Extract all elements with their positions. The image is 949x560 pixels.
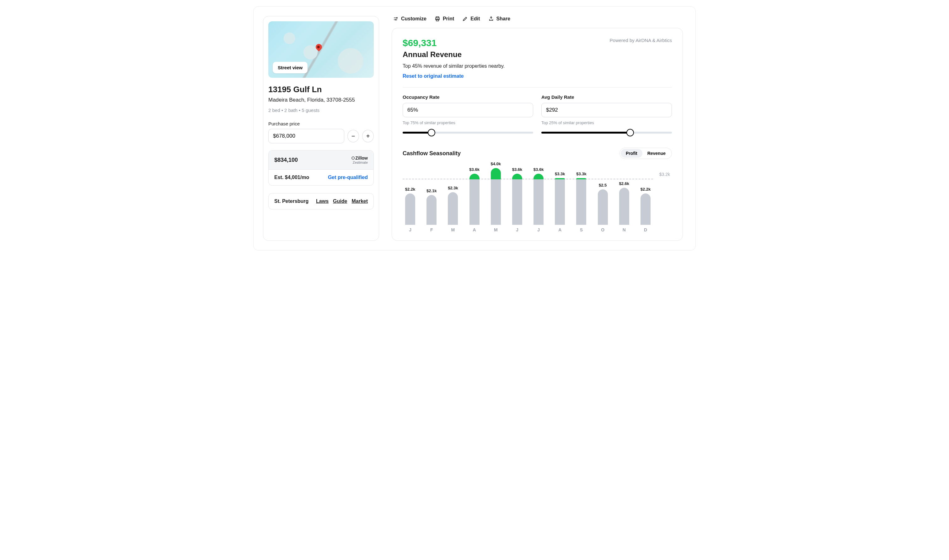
price-increment-button[interactable]: +: [362, 130, 374, 142]
chart-bar: $2.6kN: [617, 163, 632, 232]
adr-slider[interactable]: [542, 128, 672, 137]
market-link[interactable]: Market: [352, 198, 368, 204]
chart-bar: $3.3kS: [574, 163, 589, 232]
chart-month-label: O: [601, 227, 605, 232]
zestimate-value: $834,100: [274, 157, 298, 163]
customize-button[interactable]: Customize: [393, 16, 426, 22]
property-subtitle: Madeira Beach, Florida, 33708-2555: [268, 97, 374, 103]
chart-bar: $3.3kA: [552, 163, 567, 232]
get-prequalified-link[interactable]: Get pre-qualified: [328, 175, 368, 180]
guide-link[interactable]: Guide: [333, 198, 347, 204]
chart-toggle: Profit Revenue: [619, 148, 672, 159]
chart-bar-body: [619, 188, 629, 225]
chart-month-label: J: [537, 227, 540, 232]
adr-input[interactable]: [542, 103, 672, 117]
occupancy-label: Occupancy Rate: [403, 94, 533, 100]
property-meta: 2 bed • 2 bath • 5 guests: [268, 108, 374, 113]
property-card: Street view 13195 Gulf Ln Madeira Beach,…: [263, 16, 379, 241]
property-title: 13195 Gulf Ln: [268, 85, 374, 94]
occupancy-note: Top 75% of similar properties: [403, 120, 533, 125]
chart-bar-body: [598, 189, 608, 225]
chart-value-label: $3.3k: [576, 172, 586, 176]
chart-bar-body: [640, 194, 651, 225]
occupancy-block: Occupancy Rate Top 75% of similar proper…: [403, 94, 533, 137]
map-pin-icon: [315, 43, 323, 51]
reset-estimate-link[interactable]: Reset to original estimate: [403, 73, 464, 79]
print-button[interactable]: Print: [435, 16, 454, 22]
sliders-icon: [393, 16, 398, 22]
chart-month-label: A: [558, 227, 562, 232]
occupancy-input[interactable]: [403, 103, 533, 117]
share-icon: [488, 16, 494, 22]
svg-point-0: [397, 18, 397, 18]
est-monthly: Est. $4,001/mo: [274, 175, 309, 180]
zillow-sublabel: Zestimate: [353, 160, 368, 164]
chart-baseline: [403, 179, 653, 179]
city-links-card: St. Petersburg Laws Guide Market: [268, 193, 374, 209]
chart-value-label: $4.0k: [491, 162, 501, 166]
chart-value-label: $3.6k: [512, 167, 523, 172]
chart-baseline-label: $3.2k: [659, 172, 670, 177]
chart-bar-body: [426, 195, 437, 225]
chart-bar: $2.1kF: [424, 163, 439, 232]
edit-button[interactable]: Edit: [462, 16, 480, 22]
revenue-note: Top 45% revenue of similar properties ne…: [403, 63, 505, 69]
property-map[interactable]: Street view: [268, 22, 374, 78]
analysis-column: Customize Print Edit Share $69,331 Annua…: [392, 16, 683, 241]
toggle-profit[interactable]: Profit: [621, 149, 642, 158]
chart-bar-body: [576, 179, 586, 225]
share-button[interactable]: Share: [488, 16, 510, 22]
price-decrement-button[interactable]: −: [347, 130, 359, 142]
svg-point-1: [395, 20, 397, 20]
chart-bar-cap: [534, 174, 543, 179]
chart-title: Cashflow Seasonality: [403, 150, 461, 157]
toolbar: Customize Print Edit Share: [392, 16, 683, 22]
chart-bar: $3.6kJ: [531, 163, 546, 232]
street-view-button[interactable]: Street view: [273, 62, 307, 73]
seasonality-chart: $3.2k $2.2kJ$2.1kF$2.3kM$3.6kA$4.0kM$3.6…: [403, 163, 672, 232]
chart-bar-body: [405, 194, 415, 225]
chart-bar-body: [469, 179, 480, 225]
laws-link[interactable]: Laws: [316, 198, 329, 204]
divider: [403, 87, 672, 88]
chart-bar: $4.0kM: [488, 163, 503, 232]
chart-month-label: J: [516, 227, 518, 232]
chart-bar-body: [555, 179, 565, 225]
annual-revenue-label: Annual Revenue: [403, 50, 505, 59]
chart-month-label: M: [451, 227, 455, 232]
chart-month-label: N: [623, 227, 626, 232]
adr-label: Avg Daily Rate: [542, 94, 672, 100]
chart-bar: $2.2kJ: [403, 163, 418, 232]
chart-value-label: $2.2k: [640, 187, 651, 192]
city-name: St. Petersburg: [274, 198, 309, 204]
powered-by: Powered by AirDNA & Airbtics: [610, 38, 672, 43]
chart-bar-body: [512, 179, 522, 225]
chart-month-label: J: [409, 227, 411, 232]
chart-value-label: $2.1k: [426, 188, 437, 193]
chart-bar-body: [448, 192, 458, 225]
chart-value-label: $2.5: [599, 183, 606, 188]
chart-bar-body: [491, 179, 501, 225]
chart-bar-cap: [512, 174, 522, 179]
chart-value-label: $3.3k: [555, 172, 565, 176]
chart-bar-body: [534, 179, 543, 225]
chart-bar-cap: [469, 174, 480, 179]
chart-value-label: $2.3k: [448, 186, 458, 190]
annual-revenue-amount: $69,331: [403, 38, 505, 48]
purchase-price-input[interactable]: [268, 129, 344, 143]
chart-bar: $3.6kJ: [510, 163, 525, 232]
analysis-card: $69,331 Annual Revenue Top 45% revenue o…: [392, 28, 683, 241]
occupancy-slider[interactable]: [403, 128, 533, 137]
page-root: Street view 13195 Gulf Ln Madeira Beach,…: [253, 6, 696, 251]
chart-value-label: $3.6k: [469, 167, 480, 172]
chart-value-label: $3.6k: [534, 167, 544, 172]
chart-month-label: S: [580, 227, 583, 232]
toggle-revenue[interactable]: Revenue: [642, 149, 671, 158]
adr-note: Top 25% of similar properties: [542, 120, 672, 125]
chart-month-label: F: [430, 227, 433, 232]
zillow-logo: Zillow: [352, 155, 368, 160]
chart-bar-cap: [491, 168, 501, 179]
chart-bar: $2.2kD: [638, 163, 653, 232]
chart-value-label: $2.2k: [405, 187, 415, 192]
pencil-icon: [462, 16, 468, 22]
